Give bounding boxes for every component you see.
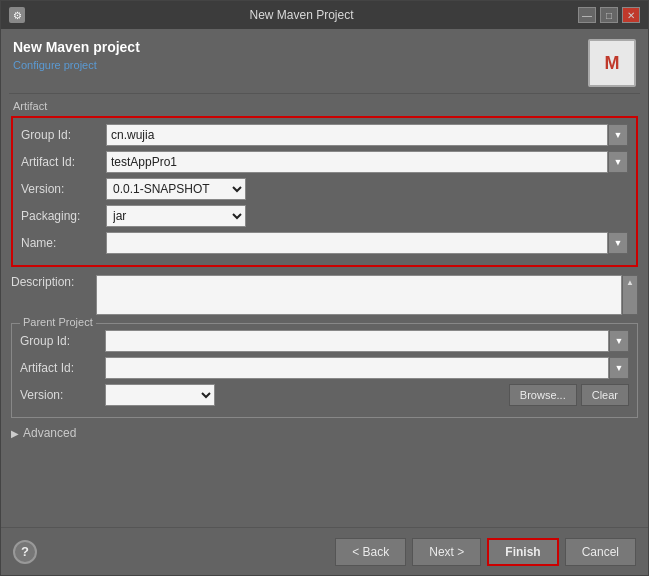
name-row: Name: ▼ xyxy=(21,232,628,254)
footer: ? < Back Next > Finish Cancel xyxy=(1,527,648,575)
group-id-row: Group Id: ▼ xyxy=(21,124,628,146)
maximize-button[interactable]: □ xyxy=(600,7,618,23)
advanced-section[interactable]: ▶ Advanced xyxy=(11,426,638,440)
group-id-label: Group Id: xyxy=(21,128,106,142)
parent-artifact-id-row: Artifact Id: ▼ xyxy=(20,357,629,379)
page-title: New Maven project xyxy=(13,39,140,55)
version-select[interactable]: 0.0.1-SNAPSHOT 1.0-SNAPSHOT 1.0.0 xyxy=(106,178,246,200)
group-id-input[interactable] xyxy=(106,124,608,146)
parent-artifact-id-container: ▼ xyxy=(105,357,629,379)
footer-left: ? xyxy=(13,540,37,564)
next-button[interactable]: Next > xyxy=(412,538,481,566)
parent-group-id-dropdown[interactable]: ▼ xyxy=(609,330,629,352)
parent-project-section: Parent Project Group Id: ▼ Artifact Id: … xyxy=(11,323,638,418)
version-label: Version: xyxy=(21,182,106,196)
parent-artifact-id-dropdown[interactable]: ▼ xyxy=(609,357,629,379)
artifact-section-label: Artifact xyxy=(11,100,638,112)
header-section: New Maven project Configure project M xyxy=(1,29,648,93)
parent-group-id-container: ▼ xyxy=(105,330,629,352)
name-field-container: ▼ xyxy=(106,232,628,254)
packaging-label: Packaging: xyxy=(21,209,106,223)
clear-button[interactable]: Clear xyxy=(581,384,629,406)
packaging-row: Packaging: jar war pom ejb xyxy=(21,205,628,227)
parent-artifact-id-label: Artifact Id: xyxy=(20,361,105,375)
name-input[interactable] xyxy=(106,232,608,254)
description-section: Description: ▲ xyxy=(11,275,638,315)
description-scrollbar[interactable]: ▲ xyxy=(622,275,638,315)
header-text: New Maven project Configure project xyxy=(13,39,140,72)
parent-group-id-row: Group Id: ▼ xyxy=(20,330,629,352)
title-bar: ⚙ New Maven Project — □ ✕ xyxy=(1,1,648,29)
main-window: ⚙ New Maven Project — □ ✕ New Maven proj… xyxy=(0,0,649,576)
advanced-label: Advanced xyxy=(23,426,76,440)
parent-version-select[interactable] xyxy=(105,384,215,406)
window-controls: — □ ✕ xyxy=(578,7,640,23)
footer-buttons: < Back Next > Finish Cancel xyxy=(335,538,636,566)
artifact-id-dropdown[interactable]: ▼ xyxy=(608,151,628,173)
name-label: Name: xyxy=(21,236,106,250)
parent-version-row: Version: Browse... Clear xyxy=(20,384,629,406)
configure-link[interactable]: Configure project xyxy=(13,59,97,71)
scroll-area: Artifact Group Id: ▼ Artifact Id: ▼ xyxy=(1,94,648,527)
description-input[interactable] xyxy=(96,275,622,315)
group-id-field-container: ▼ xyxy=(106,124,628,146)
description-label: Description: xyxy=(11,275,96,289)
parent-group-id-input[interactable] xyxy=(105,330,609,352)
parent-version-label: Version: xyxy=(20,388,105,402)
help-button[interactable]: ? xyxy=(13,540,37,564)
browse-button[interactable]: Browse... xyxy=(509,384,577,406)
window-title: New Maven Project xyxy=(25,8,578,22)
maven-logo: M xyxy=(588,39,636,87)
cancel-button[interactable]: Cancel xyxy=(565,538,636,566)
advanced-triangle-icon: ▶ xyxy=(11,428,19,439)
artifact-id-row: Artifact Id: ▼ xyxy=(21,151,628,173)
parent-group-id-label: Group Id: xyxy=(20,334,105,348)
minimize-button[interactable]: — xyxy=(578,7,596,23)
artifact-section: Group Id: ▼ Artifact Id: ▼ Ver xyxy=(11,116,638,267)
artifact-id-input[interactable] xyxy=(106,151,608,173)
version-row: Version: 0.0.1-SNAPSHOT 1.0-SNAPSHOT 1.0… xyxy=(21,178,628,200)
content-area: New Maven project Configure project M Ar… xyxy=(1,29,648,527)
parent-artifact-id-input[interactable] xyxy=(105,357,609,379)
finish-button[interactable]: Finish xyxy=(487,538,558,566)
group-id-dropdown[interactable]: ▼ xyxy=(608,124,628,146)
back-button[interactable]: < Back xyxy=(335,538,406,566)
close-button[interactable]: ✕ xyxy=(622,7,640,23)
packaging-select[interactable]: jar war pom ejb xyxy=(106,205,246,227)
name-dropdown[interactable]: ▼ xyxy=(608,232,628,254)
parent-project-label: Parent Project xyxy=(20,316,96,328)
window-icon: ⚙ xyxy=(9,7,25,23)
artifact-id-label: Artifact Id: xyxy=(21,155,106,169)
artifact-id-field-container: ▼ xyxy=(106,151,628,173)
